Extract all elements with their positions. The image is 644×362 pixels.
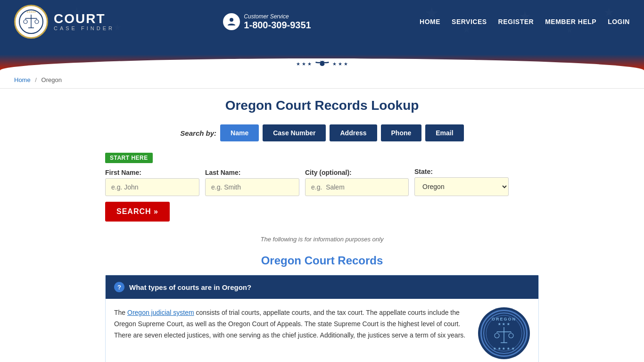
city-group: City (optional): [305, 169, 409, 196]
patriotic-banner: ★ ★ ★ ★ ★ ★ [0, 47, 644, 72]
svg-text:★: ★ [566, 25, 573, 35]
faq-question-icon: ? [114, 282, 124, 292]
start-here-badge: START HERE [105, 153, 153, 163]
last-name-label: Last Name: [205, 169, 299, 176]
tab-name[interactable]: Name [220, 124, 259, 141]
cs-label: Customer Service [244, 13, 311, 20]
nav-member-help[interactable]: MEMBER HELP [545, 18, 596, 25]
nav-login[interactable]: LOGIN [608, 18, 630, 25]
tab-email[interactable]: Email [425, 124, 463, 141]
search-button[interactable]: SEARCH » [105, 202, 170, 222]
nav-services[interactable]: SERVICES [452, 18, 487, 25]
first-name-input[interactable] [105, 178, 199, 196]
city-label: City (optional): [305, 169, 409, 176]
last-name-input[interactable] [205, 178, 299, 196]
cs-phone: 1-800-309-9351 [244, 20, 311, 31]
svg-text:★ ★ ★: ★ ★ ★ [498, 322, 511, 326]
city-input[interactable] [305, 178, 409, 196]
tab-phone[interactable]: Phone [381, 124, 422, 141]
faq-body-courts: The Oregon judicial system consists of t… [106, 299, 538, 362]
breadcrumb-current: Oregon [41, 76, 62, 83]
svg-point-17 [230, 18, 233, 22]
main-nav: HOME SERVICES REGISTER MEMBER HELP LOGIN [420, 18, 630, 25]
breadcrumb-home[interactable]: Home [14, 76, 31, 83]
svg-text:OREGON: OREGON [492, 317, 516, 321]
banner-stars-left: ★ ★ ★ [296, 61, 312, 66]
breadcrumb: Home / Oregon [0, 72, 644, 89]
oregon-seal-svg: OREGON ★ ★ ★ ★ ★ ★ ★ ★ [483, 312, 525, 354]
oregon-seal: OREGON ★ ★ ★ ★ ★ ★ ★ ★ [478, 307, 530, 359]
top-red-stripe [0, 43, 644, 47]
faq-header-courts[interactable]: ? What types of courts are in Oregon? [106, 275, 538, 299]
oregon-seal-inner: OREGON ★ ★ ★ ★ ★ ★ ★ ★ [480, 310, 528, 357]
search-by-row: Search by: Name Case Number Address Phon… [105, 124, 539, 141]
cs-text-block: Customer Service 1-800-309-9351 [244, 13, 311, 31]
state-label: State: [414, 168, 509, 175]
main-content: Oregon Court Records Lookup Search by: N… [96, 89, 548, 362]
oregon-judicial-link[interactable]: Oregon judicial system [127, 309, 194, 316]
info-note: The following is for information purpose… [105, 236, 539, 243]
first-name-group: First Name: [105, 169, 199, 196]
logo-area: ★★★★★ COURT CASE FINDER [14, 5, 115, 39]
banner-eagle-row: ★ ★ ★ ★ ★ ★ [296, 58, 347, 69]
nav-home[interactable]: HOME [420, 18, 440, 25]
form-row: First Name: Last Name: City (optional): … [105, 168, 539, 222]
tab-case-number[interactable]: Case Number [263, 124, 326, 141]
last-name-group: Last Name: [205, 169, 299, 196]
eagle-icon [314, 58, 330, 69]
svg-text:★★★★★: ★★★★★ [26, 10, 36, 13]
phone-icon [223, 13, 240, 30]
logo-court: COURT [54, 12, 115, 25]
logo-text: COURT CASE FINDER [54, 12, 115, 31]
customer-service: Customer Service 1-800-309-9351 [223, 13, 311, 31]
logo-case-finder: CASE FINDER [54, 25, 115, 31]
page-title: Oregon Court Records Lookup [105, 98, 539, 113]
svg-text:★ ★ ★ ★ ★: ★ ★ ★ ★ ★ [493, 347, 515, 350]
site-header: ★ ★ ★ ★ ★ ★ ★ ★ ★★★★★ [0, 0, 644, 43]
nav-register[interactable]: REGISTER [498, 18, 534, 25]
faq-answer-text: The Oregon judicial system consists of t… [114, 307, 469, 341]
state-select[interactable]: Oregon Alabama Alaska Arizona California… [414, 177, 509, 196]
svg-point-13 [35, 20, 39, 24]
svg-text:★: ★ [603, 5, 614, 19]
logo-circle: ★★★★★ [14, 5, 48, 39]
banner-stars-right: ★ ★ ★ [332, 61, 348, 66]
search-by-label: Search by: [180, 129, 216, 137]
svg-point-12 [24, 20, 27, 24]
breadcrumb-separator: / [35, 76, 37, 83]
faq-item-courts: ? What types of courts are in Oregon? Th… [105, 275, 539, 362]
faq-header-text: What types of courts are in Oregon? [129, 283, 251, 291]
first-name-label: First Name: [105, 169, 199, 176]
records-title: Oregon Court Records [105, 254, 539, 267]
search-form-area: START HERE First Name: Last Name: City (… [105, 149, 539, 229]
tab-address[interactable]: Address [330, 124, 377, 141]
state-group: State: Oregon Alabama Alaska Arizona Cal… [414, 168, 509, 196]
